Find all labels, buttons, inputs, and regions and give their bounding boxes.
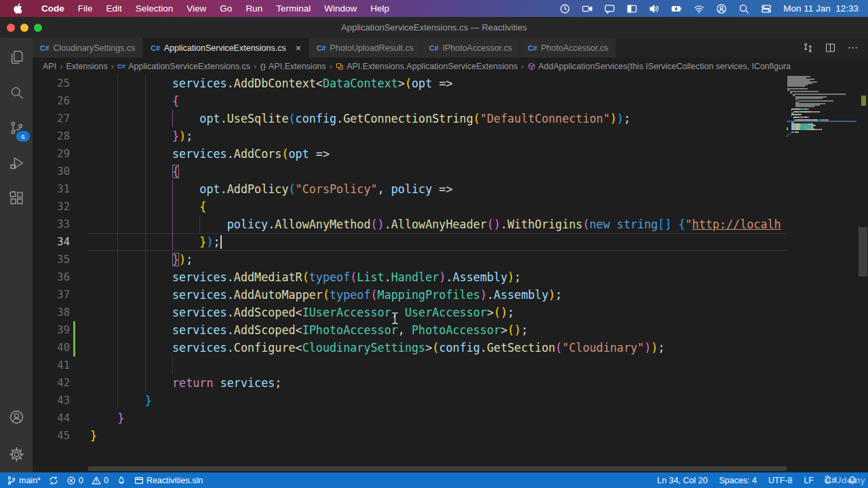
code-line-40[interactable]: 40 services.Configure<CloudinarySettings…	[33, 339, 787, 357]
code-line-45[interactable]: 45}	[33, 427, 787, 445]
code-line-34[interactable]: 34 });	[33, 233, 787, 251]
warnings-indicator[interactable]: 0	[92, 476, 108, 485]
menu-selection[interactable]: Selection	[129, 3, 180, 14]
split-editor-icon[interactable]	[825, 42, 836, 54]
more-actions-icon[interactable]	[847, 42, 859, 54]
solution-indicator[interactable]: Reactivities.sln	[134, 476, 203, 485]
menu-terminal[interactable]: Terminal	[269, 3, 317, 14]
code-line-33[interactable]: 33 policy.AllowAnyMethod().AllowAnyHeade…	[33, 216, 787, 233]
status-bar: main*00Reactivities.sln Ln 34, Col 20Spa…	[0, 472, 868, 488]
user-icon[interactable]	[716, 3, 727, 14]
code-line-31[interactable]: 31 opt.AddPolicy("CorsPolicy", policy =>	[33, 180, 787, 198]
menu-run[interactable]: Run	[239, 3, 269, 14]
indentation[interactable]: Spaces: 4	[719, 476, 757, 485]
battery-icon[interactable]	[671, 3, 682, 14]
code-line-36[interactable]: 36 services.AddMediatR(typeof(List.Handl…	[33, 268, 787, 286]
breadcrumb-item[interactable]: API.Extensions.ApplicationServiceExtensi…	[336, 62, 517, 71]
breadcrumb-item[interactable]: {}API.Extensions	[260, 62, 326, 71]
code-line-41[interactable]: 41	[33, 357, 787, 374]
line-number: 45	[33, 427, 70, 445]
display-icon[interactable]	[627, 3, 637, 14]
code-line-42[interactable]: 42 return services;	[33, 374, 787, 392]
line-content: services.AddScoped<IUserAccessor, UserAc…	[90, 304, 514, 321]
chat-icon[interactable]	[604, 3, 615, 14]
tab-IPhotoAccessor.cs[interactable]: C#IPhotoAccessor.cs	[422, 38, 520, 58]
open-changes-icon[interactable]	[802, 42, 814, 54]
code-line-29[interactable]: 29 services.AddCors(opt =>	[33, 145, 787, 163]
breadcrumb-item[interactable]: API	[43, 62, 56, 71]
explorer-icon[interactable]	[0, 41, 33, 73]
code-line-30[interactable]: 30 {	[33, 163, 787, 180]
horizontal-scrollbar[interactable]	[88, 466, 787, 471]
extensions-icon[interactable]	[0, 182, 33, 214]
menu-go[interactable]: Go	[213, 3, 239, 14]
code-line-35[interactable]: 35 });	[33, 251, 787, 268]
spotlight-icon[interactable]	[738, 3, 749, 14]
wifi-icon[interactable]	[694, 3, 705, 14]
csharp-file-icon: C#	[528, 44, 536, 52]
status-label: Spaces: 4	[719, 476, 757, 485]
code-line-32[interactable]: 32 {	[33, 198, 787, 216]
window-title-bar[interactable]: ApplicationServiceExtensions.cs — Reacti…	[0, 17, 868, 38]
language-mode[interactable]: C#	[825, 476, 836, 485]
breadcrumb-item[interactable]: AddApplicationServices(this IServiceColl…	[528, 62, 791, 71]
volume-icon[interactable]	[649, 3, 660, 14]
sync-button[interactable]	[49, 476, 58, 485]
menu-edit[interactable]: Edit	[100, 3, 129, 14]
menu-view[interactable]: View	[180, 3, 213, 14]
tab-CloudinarySettings.cs[interactable]: C#CloudinarySettings.cs	[33, 38, 143, 58]
errors-indicator[interactable]: 0	[66, 476, 83, 485]
menu-code[interactable]: Code	[35, 3, 71, 14]
code-line-37[interactable]: 37 services.AddAutoMapper(typeof(Mapping…	[33, 286, 787, 304]
clock-icon[interactable]	[559, 3, 570, 14]
line-number: 39	[33, 321, 70, 339]
settings-icon[interactable]	[0, 439, 33, 470]
tab-bar: C#CloudinarySettings.csC#ApplicationServ…	[33, 38, 868, 58]
minimap-line	[787, 136, 856, 137]
code-line-28[interactable]: 28 });	[33, 127, 787, 145]
code-line-39[interactable]: 39 services.AddScoped<IPhotoAccessor, Ph…	[33, 321, 787, 339]
breadcrumb-item[interactable]: Extensions	[66, 62, 108, 71]
tab-PhotoUploadResult.cs[interactable]: C#PhotoUploadResult.cs	[309, 38, 422, 58]
code-line-25[interactable]: 25 services.AddDbContext<DataContext>(op…	[33, 75, 787, 92]
vertical-scrollbar[interactable]	[859, 227, 867, 277]
status-label: Ln 34, Col 20	[657, 476, 707, 485]
close-tab-icon[interactable]: ×	[296, 43, 301, 53]
gutter-added-indicator	[73, 321, 75, 339]
source-control-icon[interactable]: 6	[0, 112, 33, 144]
notifications-bell[interactable]	[848, 476, 857, 485]
encoding[interactable]: UTF-8	[768, 476, 792, 485]
line-number: 43	[33, 392, 70, 409]
line-content: {	[90, 163, 179, 180]
menu-bar-clock[interactable]: Mon 11 Jan 12:33	[783, 3, 859, 14]
code-line-38[interactable]: 38 services.AddScoped<IUserAccessor, Use…	[33, 304, 787, 321]
tab-ApplicationServiceExtensions.cs[interactable]: C#ApplicationServiceExtensions.cs×	[143, 38, 309, 58]
menu-help[interactable]: Help	[363, 3, 396, 14]
breadcrumb-item[interactable]: C#ApplicationServiceExtensions.cs	[117, 62, 250, 71]
control-center-icon[interactable]	[761, 3, 772, 14]
code-line-27[interactable]: 27 opt.UseSqlite(config.GetConnectionStr…	[33, 110, 787, 127]
minimap[interactable]	[787, 75, 856, 472]
code-line-26[interactable]: 26 {	[33, 92, 787, 110]
run-debug-icon[interactable]	[0, 147, 33, 179]
warning-icon	[92, 476, 101, 485]
camera-icon[interactable]	[582, 3, 593, 14]
code-line-44[interactable]: 44 }	[33, 409, 787, 427]
tab-PhotoAccessor.cs[interactable]: C#PhotoAccessor.cs	[520, 38, 616, 58]
breadcrumb-separator: ›	[254, 61, 256, 71]
apple-menu[interactable]	[14, 3, 22, 14]
search-icon[interactable]	[0, 77, 33, 108]
status-label: UTF-8	[768, 476, 792, 485]
eol-sequence[interactable]: LF	[804, 476, 814, 485]
menu-window[interactable]: Window	[317, 3, 363, 14]
hot-reload-indicator[interactable]	[117, 476, 126, 485]
line-content: services.Configure<CloudinarySettings>(c…	[90, 339, 665, 357]
menu-file[interactable]: File	[71, 3, 100, 14]
account-icon[interactable]	[0, 401, 33, 433]
code-editor[interactable]: 25 services.AddDbContext<DataContext>(op…	[33, 75, 868, 472]
code-line-43[interactable]: 43 }	[33, 392, 787, 409]
cursor-position[interactable]: Ln 34, Col 20	[657, 476, 707, 485]
branch-indicator[interactable]: main*	[7, 476, 41, 485]
line-number: 38	[33, 304, 70, 321]
workbench: 6 C#CloudinarySettings.csC#ApplicationSe…	[0, 38, 868, 472]
